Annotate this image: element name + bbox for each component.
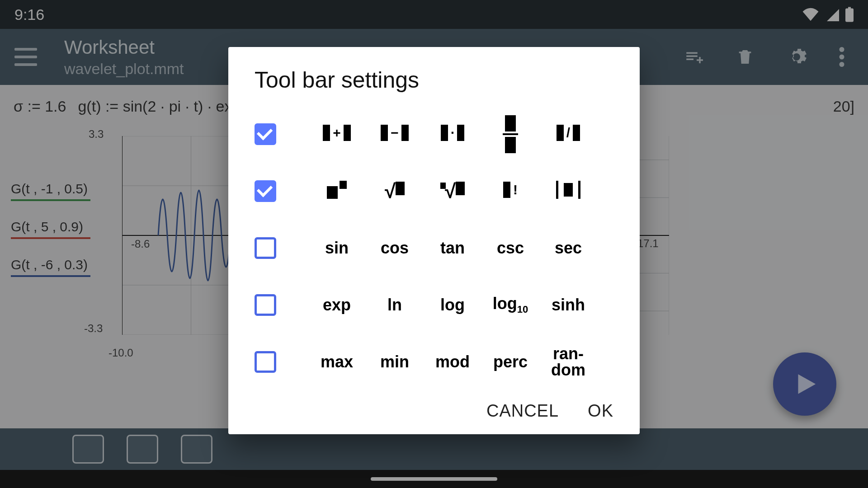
op-abs-icon <box>556 181 580 202</box>
settings-row: max min mod perc ran-dom <box>255 333 613 390</box>
checkbox-row5[interactable] <box>255 351 276 373</box>
op-sin: sin <box>325 240 349 256</box>
op-csc: csc <box>497 240 524 256</box>
checkbox-row1[interactable] <box>255 123 276 145</box>
op-sec: sec <box>555 240 582 256</box>
settings-row: exp ln log log10 sinh <box>255 277 613 333</box>
op-mod: mod <box>435 354 470 370</box>
op-sinh: sinh <box>552 297 585 313</box>
checkbox-row2[interactable] <box>255 180 276 202</box>
settings-row: √ √ ! <box>255 163 613 220</box>
op-ln: ln <box>387 297 402 313</box>
op-tan: tan <box>440 240 465 256</box>
op-exp: exp <box>323 297 351 313</box>
op-max: max <box>321 354 353 370</box>
op-power-icon <box>327 181 347 202</box>
checkbox-row3[interactable] <box>255 237 276 259</box>
op-perc: perc <box>493 354 528 370</box>
op-factorial-icon: ! <box>503 182 518 201</box>
dialog-actions: CANCEL OK <box>255 401 613 421</box>
toolbar-settings-dialog: Tool bar settings + − · / √ √ ! <box>228 47 640 434</box>
settings-row: + − · / <box>255 106 613 163</box>
op-subtract-icon: − <box>381 125 409 144</box>
op-add-icon: + <box>323 125 351 144</box>
op-fraction-icon <box>503 115 518 153</box>
op-log: log <box>440 297 465 313</box>
op-cos: cos <box>381 240 409 256</box>
checkbox-row4[interactable] <box>255 294 276 316</box>
op-multiply-icon: · <box>441 125 464 144</box>
ok-button[interactable]: OK <box>588 401 613 421</box>
op-divide-icon: / <box>557 125 580 144</box>
settings-row: sin cos tan csc sec <box>255 220 613 277</box>
cancel-button[interactable]: CANCEL <box>486 401 559 421</box>
op-nthroot-icon: √ <box>440 181 465 201</box>
op-sqrt-icon: √ <box>385 181 405 201</box>
dialog-title: Tool bar settings <box>255 67 613 93</box>
op-random: ran-dom <box>551 346 585 378</box>
op-min: min <box>380 354 409 370</box>
op-log10: log10 <box>493 296 528 314</box>
